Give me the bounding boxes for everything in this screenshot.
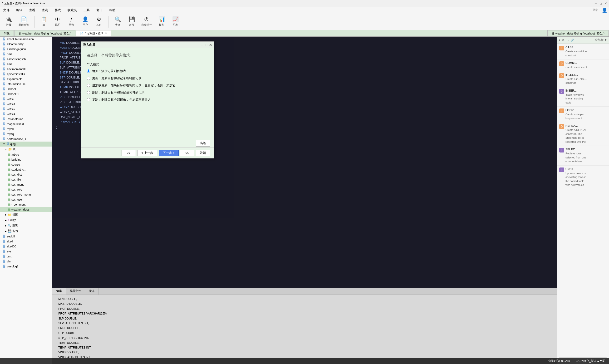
toolbar-backup[interactable]: 💾 备份 (126, 15, 138, 28)
snippet-if-else[interactable]: {} IF...ELS... Create a if...else...cons… (557, 71, 609, 87)
sidebar-item-experiment1[interactable]: 🗄 experiment1 (0, 77, 52, 82)
sidebar-item-view-folder[interactable]: ▶ 📁 视图 (0, 212, 52, 218)
tab-weather-data-1[interactable]: 🗄 weather_data @qing (localhost_330...) (14, 30, 75, 36)
radio-copy[interactable]: 复制：删除目标全部记录，并从源重新导入 (87, 98, 208, 102)
sidebar-item-function-folder[interactable]: ▶ ƒ 函数 (0, 218, 52, 223)
sidebar-item-student-c[interactable]: ▤ student_c... (0, 167, 52, 172)
prev-button[interactable]: < 上一步 (137, 150, 157, 156)
sidebar-item-vhr[interactable]: 🗄 vhr (0, 259, 52, 264)
toolbar-model[interactable]: 📊 模型 (155, 15, 168, 28)
menu-format[interactable]: 格式 (53, 8, 62, 13)
menu-edit[interactable]: 编辑 (15, 8, 24, 13)
next-next-button[interactable]: >> (180, 150, 194, 156)
toolbar-function[interactable]: ƒ 函数 (65, 15, 77, 28)
radio-copy-input[interactable] (87, 98, 90, 101)
sidebar-item-bms[interactable]: 🗄 bms (0, 52, 52, 57)
radio-append-input[interactable] (87, 69, 90, 73)
sidebar-item-building[interactable]: ▤ building (0, 157, 52, 162)
radio-update-input[interactable] (87, 77, 90, 80)
sidebar-item-sys-dict[interactable]: ▤ sys_dict (0, 172, 52, 177)
advanced-button[interactable]: 高级 (196, 140, 210, 146)
dialog-maximize-button[interactable]: □ (205, 43, 207, 47)
login-button[interactable]: 登录 (592, 8, 598, 12)
sidebar-item-sys-menu[interactable]: ▤ sys_menu (0, 182, 52, 187)
sidebar-item-qing[interactable]: ▼ 🗄 qing (0, 142, 52, 146)
sidebar-item-magneticfield[interactable]: 🗄 magneticfield... (0, 122, 52, 127)
sidebar-item-performance-s[interactable]: 🗄 performance_s... (0, 137, 52, 142)
sidebar-item-mydb[interactable]: 🗄 mydb (0, 127, 52, 131)
snippet-repeat[interactable]: {} REPEA... Create A REPEATconstruct. Th… (557, 122, 609, 146)
dialog-close-button[interactable]: ✕ (209, 43, 212, 47)
sidebar-item-sys-role[interactable]: ▤ sys_role (0, 187, 52, 192)
snippet-update[interactable]: {} UPDA... Updates columnsof existing ro… (557, 166, 609, 189)
sidebar-item-allcommodity[interactable]: 🗄 allcommodity (0, 42, 52, 47)
sidebar-item-easydrivingsch[interactable]: 🗄 easydrivingsch... (0, 57, 52, 62)
radio-update[interactable]: 更新：更新目标和源记录相符的记录 (87, 76, 208, 80)
sidebar-item-sys-user[interactable]: ▤ sys_user (0, 197, 52, 202)
minimize-button[interactable]: ─ (595, 2, 597, 5)
sidebar-item-sys-file[interactable]: ▤ sys_file (0, 177, 52, 182)
tab-weather-data-2[interactable]: 🗄 weather_data @qing (localhost_330...) (547, 30, 609, 36)
sidebar-item-mysql[interactable]: 🗄 mysql (0, 131, 52, 137)
title-bar-controls[interactable]: ─ □ ✕ (595, 2, 607, 5)
prev-prev-button[interactable]: << (122, 150, 136, 156)
tab-untitled-query[interactable]: 📄 * 无标题 - 查询 ✕ (76, 30, 111, 36)
sidebar-item-ischool[interactable]: 🗄 ischool (0, 87, 52, 91)
radio-delete-input[interactable] (87, 91, 90, 94)
toolbar-table[interactable]: 📋 表 (38, 15, 50, 28)
snippet-loop[interactable]: {} LOOP Create a simpleloop construct (557, 107, 609, 122)
close-button[interactable]: ✕ (605, 2, 607, 5)
toolbar-other[interactable]: ⚙ 其它 (93, 15, 105, 28)
snippet-insert[interactable]: {} INSER... Insert new rowsinto an exist… (557, 87, 609, 107)
sidebar-item-information-sc[interactable]: 🗄 information_sc... (0, 82, 52, 87)
sidebar-item-kettle[interactable]: 🗄 kettle (0, 97, 52, 102)
menu-help[interactable]: 帮助 (108, 8, 117, 13)
menu-view[interactable]: 查看 (28, 8, 37, 13)
dialog-minimize-button[interactable]: ─ (201, 43, 203, 47)
sidebar-item-course[interactable]: ▤ course (0, 162, 52, 167)
radio-append[interactable]: 追加：添加记录到目标表 (87, 69, 208, 73)
snippet-select[interactable]: {} SELEC... Retrieve rowsselected from o… (557, 146, 609, 166)
sidebar-item-lostandfound[interactable]: 🗄 lostandfound (0, 117, 52, 122)
toolbar-chart[interactable]: 📈 图表 (169, 15, 181, 28)
sidebar-item-article[interactable]: ▤ article (0, 152, 52, 157)
radio-append-update-input[interactable] (87, 84, 90, 87)
sidebar-item-kettle1[interactable]: 🗄 kettle1 (0, 102, 52, 107)
toolbar-auto-run[interactable]: ⏱ 自动运行 (139, 15, 154, 28)
sidebar-item-test[interactable]: 🗄 test (0, 254, 52, 259)
sidebar-item-t-comment[interactable]: ▤ t_comment (0, 202, 52, 207)
toolbar-query[interactable]: 🔍 查询 (112, 15, 124, 28)
sidebar-item-seckill[interactable]: 🗄 seckill (0, 234, 52, 239)
dialog-title-controls[interactable]: ─ □ ✕ (201, 43, 212, 47)
toolbar-new-query[interactable]: 📄 新建查询 (17, 15, 31, 28)
sidebar-item-sked00[interactable]: 🗄 sked00 (0, 244, 52, 249)
link-icon[interactable]: 🔗 (570, 39, 574, 42)
sidebar-item-weather-data[interactable]: ▤ weather_data (0, 207, 52, 212)
sidebar-item-sys-role-menu[interactable]: ▤ sys_role_menu (0, 192, 52, 197)
info-icon[interactable]: ℹ (559, 39, 560, 42)
sidebar-item-table-folder[interactable]: ▼ 📁 表 (0, 146, 52, 152)
sidebar-item-kettle2[interactable]: 🗄 kettle2 (0, 107, 52, 112)
toolbar-view[interactable]: 👁 视图 (52, 15, 64, 28)
sidebar-item-ems[interactable]: 🗄 ems (0, 62, 52, 67)
sidebar-item-vueblog2[interactable]: 🗄 vueblog2 (0, 264, 52, 269)
snippet-comm[interactable]: {} COMM... Create a comment (557, 59, 609, 71)
snippet-case[interactable]: {} CASE Create a conditionconstruct (557, 44, 609, 59)
sidebar-item-environmentall[interactable]: 🗄 environmentall... (0, 67, 52, 72)
maximize-button[interactable]: □ (600, 2, 602, 5)
menu-favorites[interactable]: 收藏夹 (66, 8, 78, 13)
menu-tools[interactable]: 工具 (82, 8, 91, 13)
sidebar-item-epidemicstatis[interactable]: 🗄 epidemicstatis... (0, 72, 52, 77)
menu-window[interactable]: 窗口 (95, 8, 104, 13)
toolbar-connect[interactable]: 🔌 连接 (3, 15, 15, 28)
toolbar-user[interactable]: 👤 用户 (79, 15, 91, 28)
tab-close-button[interactable]: ✕ (105, 32, 107, 35)
all-snippets-label[interactable]: 全部标 ▼ (595, 38, 607, 42)
sidebar-item-absolutetransmission[interactable]: 🗄 absolutetransmission (0, 37, 52, 42)
next-button[interactable]: 下一步 > (159, 150, 179, 156)
menu-file[interactable]: 文件 (2, 8, 11, 13)
sidebar-item-backup-folder[interactable]: ▶ 💾 备份 (0, 228, 52, 234)
sidebar-item-ischool01[interactable]: 🗄 ischool01 (0, 91, 52, 97)
cancel-button[interactable]: 取消 (196, 150, 210, 156)
radio-delete[interactable]: 删除：删除目标中和源记录相符的记录 (87, 91, 208, 95)
